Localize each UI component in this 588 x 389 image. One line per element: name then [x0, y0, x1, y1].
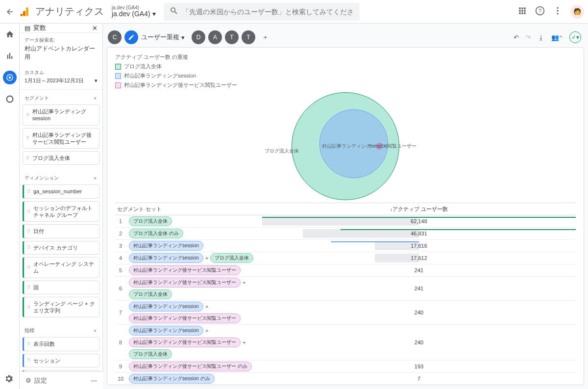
- segment-chip[interactable]: ⠿ブログ流入全体: [23, 151, 99, 165]
- back-button[interactable]: [4, 6, 16, 18]
- dimension-chip[interactable]: ⠿国: [23, 281, 99, 294]
- nav-reports[interactable]: [3, 49, 17, 63]
- gear-icon: ⚙: [25, 377, 31, 384]
- property-selector[interactable]: ja.dev (GA4) ja.dev (GA4)▾: [112, 5, 156, 18]
- drag-handle-icon: ⠿: [27, 304, 30, 311]
- svg-text:?: ?: [539, 8, 541, 14]
- legend-swatch: [115, 73, 121, 79]
- segment-label: 村山記事ランディング後サービス閲覧ユーザー: [32, 131, 96, 146]
- dimension-chip[interactable]: ⠿セッションのデフォルト チャネル グループ: [23, 201, 99, 222]
- share-button[interactable]: 👥⁺: [551, 34, 563, 41]
- legend-item[interactable]: 村山記事ランディングsession: [115, 71, 576, 80]
- dimension-label: 日付: [33, 228, 44, 234]
- apps-icon[interactable]: [517, 6, 527, 17]
- table-row[interactable]: 2ブログ流入全体 のみ46,831: [115, 228, 576, 240]
- date-range[interactable]: 1月1日～2023年12月2日▾: [20, 77, 102, 90]
- dimension-label: 国: [33, 284, 39, 291]
- segment-set-chip: 村山記事ランディング後サービス閲覧ユーザー: [129, 265, 241, 275]
- explore-name[interactable]: 村山アドベントカレンダー用: [20, 45, 102, 65]
- tab-button[interactable]: D: [192, 30, 205, 44]
- segment-set-chip: 村山記事ランディング後サービス閲覧ユーザー のみ: [129, 362, 252, 371]
- tab-button[interactable]: A: [208, 30, 222, 44]
- segment-chip[interactable]: ⠿村山記事ランディング後サービス閲覧ユーザー: [23, 128, 99, 149]
- dimension-chip[interactable]: ⠿オペレーティング システム: [23, 257, 99, 278]
- tab-active-icon[interactable]: [124, 30, 138, 44]
- metric-chip[interactable]: ⠿セッション: [23, 354, 99, 367]
- segment-set-chip: ブログ流入全体 のみ: [129, 229, 183, 238]
- plus-icon: +: [243, 280, 245, 285]
- help-icon[interactable]: ?: [535, 6, 545, 17]
- table-row[interactable]: 3村山記事ランディングsession17,616: [115, 240, 576, 252]
- add-metric-button[interactable]: ＋: [93, 327, 98, 334]
- download-button[interactable]: ⭳: [538, 34, 544, 41]
- metrics-label: 指標: [24, 327, 34, 334]
- redo-button[interactable]: ↷: [526, 34, 531, 41]
- legend-swatch: [115, 82, 121, 88]
- more-icon[interactable]: [553, 6, 563, 17]
- brand-title: アナリティクス: [35, 5, 104, 18]
- nav-home[interactable]: [3, 27, 17, 41]
- table-row[interactable]: 9村山記事ランディング後サービス閲覧ユーザー のみ193: [115, 361, 576, 373]
- row-value: 17,612: [262, 254, 576, 262]
- segment-set-chip: 村山記事ランディング後サービス閲覧ユーザー: [129, 337, 241, 347]
- nav-rail: [0, 24, 20, 389]
- legend-label: 村山記事ランディングsession: [124, 72, 196, 79]
- tab-button[interactable]: T: [225, 30, 239, 44]
- search-input[interactable]: [182, 8, 354, 16]
- tab-active-label[interactable]: ユーザー重複▾: [141, 33, 185, 42]
- row-index: 6: [115, 285, 126, 291]
- plus-icon: +: [205, 328, 208, 334]
- drag-handle-icon: ⠿: [27, 284, 30, 290]
- table-head-segset[interactable]: セグメント セット: [115, 206, 262, 213]
- row-value: 240: [262, 308, 576, 317]
- nav-advertising[interactable]: [3, 92, 17, 106]
- drag-handle-icon: ⠿: [26, 135, 29, 141]
- row-value-cell: 46,831: [262, 229, 576, 238]
- metric-chip[interactable]: ⠿表示回数: [23, 337, 99, 351]
- date-preset: カスタム: [20, 65, 102, 77]
- table-row[interactable]: 5村山記事ランディング後サービス閲覧ユーザー241: [115, 264, 576, 277]
- dimension-chip[interactable]: ⠿デバイス カテゴリ: [23, 241, 99, 255]
- row-index: 8: [115, 339, 126, 345]
- close-icon[interactable]: ✕: [92, 25, 98, 32]
- table-row[interactable]: 10村山記事ランディングsession のみ7: [115, 373, 576, 385]
- venn-label-3: サービス閲覧ユーザー: [368, 143, 416, 150]
- segment-set-chip: 村山記事ランディング後サービス閲覧ユーザー: [129, 313, 241, 323]
- nav-explore[interactable]: [3, 71, 17, 84]
- tab-settings-bar[interactable]: ⚙設定 —: [20, 371, 103, 389]
- sample-status-button[interactable]: ✓▾: [569, 31, 581, 43]
- table-row[interactable]: 8村山記事ランディングsession+村山記事ランディング後サービス閲覧ユーザー…: [115, 325, 576, 361]
- legend-label: ブログ流入全体: [124, 63, 162, 70]
- legend-item[interactable]: ブログ流入全体: [115, 62, 576, 71]
- undo-button[interactable]: ↶: [514, 34, 519, 41]
- table-row[interactable]: 7村山記事ランディングsession+村山記事ランディング後サービス閲覧ユーザー…: [115, 301, 576, 325]
- dimension-chip[interactable]: ⠿日付: [23, 224, 99, 238]
- segment-chip[interactable]: ⠿村山記事ランディングsession: [23, 104, 99, 126]
- svg-rect-1: [23, 11, 25, 16]
- segment-label: ブログ流入全体: [32, 155, 70, 161]
- tab-button[interactable]: T: [242, 30, 255, 44]
- row-value: 7: [262, 374, 576, 383]
- table-row[interactable]: 6村山記事ランディング後サービス閲覧ユーザー+ブログ流入全体241: [115, 277, 576, 301]
- legend-item[interactable]: 村山記事ランディング後サービス閲覧ユーザー: [115, 80, 576, 90]
- dimension-label: デバイス カテゴリ: [33, 244, 78, 251]
- table-row[interactable]: 4村山記事ランディングsession+ブログ流入全体17,612: [115, 252, 576, 264]
- avatar[interactable]: 🧑: [570, 5, 584, 19]
- add-tab-button[interactable]: ＋: [258, 30, 272, 44]
- dimension-chip[interactable]: ⠿ランディング ページ + クエリ文字列: [23, 297, 99, 318]
- table-head-metric[interactable]: ↓アクティブ ユーザー数: [262, 206, 576, 213]
- dimension-chip[interactable]: ⠿ga_session_number: [23, 184, 99, 198]
- tab-button[interactable]: C: [108, 30, 122, 44]
- admin-gear-icon[interactable]: [4, 374, 14, 385]
- plus-icon: +: [205, 304, 208, 310]
- add-segment-button[interactable]: ＋: [93, 95, 98, 102]
- row-segments: 村山記事ランディングsession のみ: [126, 374, 262, 384]
- collapse-icon[interactable]: —: [91, 377, 97, 384]
- search-box[interactable]: [164, 3, 360, 21]
- drag-handle-icon: ⠿: [27, 208, 30, 215]
- add-dimension-button[interactable]: ＋: [93, 175, 98, 182]
- chevron-down-icon: ▾: [152, 10, 156, 18]
- row-index: 4: [115, 255, 126, 261]
- table-row[interactable]: 1ブログ流入全体62,148: [115, 215, 576, 228]
- plus-icon: +: [243, 339, 245, 345]
